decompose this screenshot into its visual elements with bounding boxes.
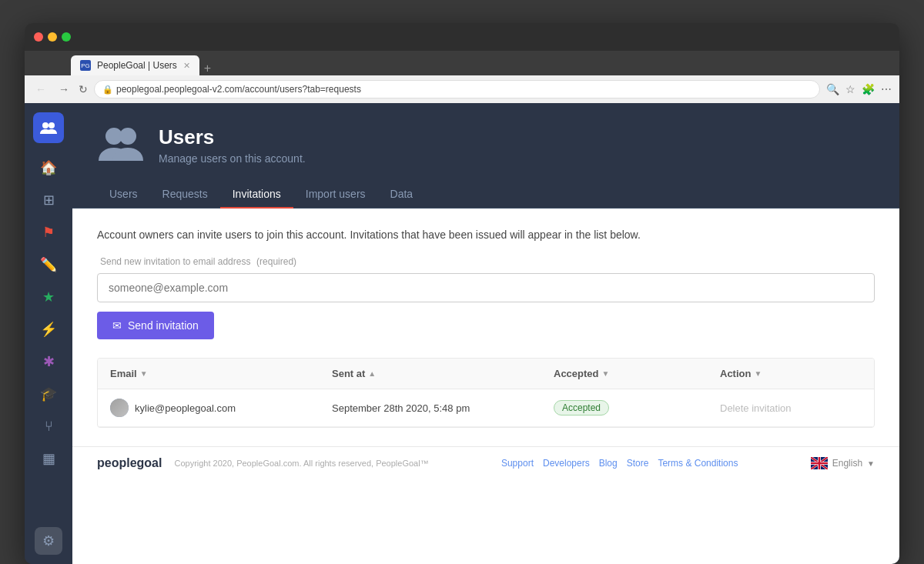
delete-invitation-button[interactable]: Delete invitation xyxy=(720,402,792,414)
users-icon xyxy=(97,122,143,168)
col-email[interactable]: Email ▼ xyxy=(98,359,320,389)
tab-requests[interactable]: Requests xyxy=(150,180,220,208)
avatar xyxy=(110,399,129,417)
cell-sent-at: September 28th 2020, 5:48 pm xyxy=(320,389,541,426)
tab-bar: PG PeopleGoal | Users ✕ + xyxy=(25,51,899,75)
footer-link-store[interactable]: Store xyxy=(627,458,649,469)
browser-tab[interactable]: PG PeopleGoal | Users ✕ xyxy=(71,55,199,75)
tab-close-button[interactable]: ✕ xyxy=(183,61,190,71)
minimize-button[interactable] xyxy=(48,32,57,42)
page-subtitle: Manage users on this account. xyxy=(159,152,306,165)
tab-favicon: PG xyxy=(80,60,91,71)
footer-link-blog[interactable]: Blog xyxy=(599,458,618,469)
avatar-image xyxy=(110,399,129,417)
sidebar-logo[interactable] xyxy=(33,112,64,143)
sidebar-item-learning[interactable]: 🎓 xyxy=(35,380,62,408)
back-button[interactable]: ← xyxy=(32,82,49,97)
form-label: Send new invitation to email address (re… xyxy=(97,255,875,267)
main-content: Users Manage users on this account. User… xyxy=(72,103,899,564)
footer-link-developers[interactable]: Developers xyxy=(543,458,590,469)
footer-links: Support Developers Blog Store Terms & Co… xyxy=(501,458,738,469)
sidebar: 🏠 ⊞ ⚑ ✏️ ★ ⚡ ✱ 🎓 ⑂ ▦ ⚙ xyxy=(25,103,72,564)
footer-link-terms[interactable]: Terms & Conditions xyxy=(658,458,738,469)
maximize-button[interactable] xyxy=(62,32,71,42)
col-sent-at[interactable]: Sent at ▲ xyxy=(320,359,541,389)
footer: peoplegoal Copyright 2020, PeopleGoal.co… xyxy=(72,446,899,479)
email-input[interactable] xyxy=(97,273,875,302)
sidebar-item-integrations[interactable]: ✱ xyxy=(35,348,62,375)
refresh-button[interactable]: ↻ xyxy=(79,83,88,95)
flag-icon xyxy=(811,457,828,469)
sidebar-item-dashboard[interactable]: ⊞ xyxy=(35,186,62,214)
page-title: Users xyxy=(159,125,306,149)
page-header: Users Manage users on this account. xyxy=(72,103,899,168)
footer-left: peoplegoal Copyright 2020, PeopleGoal.co… xyxy=(97,456,429,470)
extensions-icon[interactable]: 🧩 xyxy=(862,83,875,95)
forward-button[interactable]: → xyxy=(55,82,72,97)
col-action[interactable]: Action ▼ xyxy=(708,359,874,389)
url-text: peoplegoal.peoplegoal-v2.com/account/use… xyxy=(116,84,361,95)
close-button[interactable] xyxy=(34,32,43,42)
action-sort-icon: ▼ xyxy=(754,369,762,378)
svg-point-1 xyxy=(49,122,55,128)
table-row: kylie@peoplegoal.com September 28th 2020… xyxy=(98,389,874,427)
footer-brand: peoplegoal xyxy=(97,456,162,470)
traffic-lights xyxy=(34,32,71,42)
sent-sort-icon: ▲ xyxy=(368,369,376,378)
svg-point-0 xyxy=(42,122,49,128)
tabs-nav: Users Requests Invitations Import users … xyxy=(72,168,899,209)
sent-at-value: September 28th 2020, 5:48 pm xyxy=(332,402,470,414)
browser-toolbar: ← → ↻ 🔒 peoplegoal.peoplegoal-v2.com/acc… xyxy=(25,75,899,103)
col-accepted[interactable]: Accepted ▼ xyxy=(541,359,708,389)
language-label: English xyxy=(832,458,862,469)
email-value: kylie@peoplegoal.com xyxy=(135,402,236,414)
sidebar-item-reviews[interactable]: ✏️ xyxy=(35,251,62,279)
footer-copyright: Copyright 2020, PeopleGoal.com. All righ… xyxy=(174,459,428,468)
tab-invitations[interactable]: Invitations xyxy=(220,180,293,208)
send-invitation-button[interactable]: ✉ Send invitation xyxy=(97,312,214,339)
sidebar-item-reports[interactable]: ▦ xyxy=(35,445,62,472)
tab-users[interactable]: Users xyxy=(97,180,150,208)
content-area: Account owners can invite users to join … xyxy=(72,209,899,564)
sidebar-item-home[interactable]: 🏠 xyxy=(35,154,62,182)
accepted-sort-icon: ▼ xyxy=(602,369,610,378)
email-sort-icon: ▼ xyxy=(140,369,148,378)
footer-link-support[interactable]: Support xyxy=(501,458,534,469)
content-inner: Account owners can invite users to join … xyxy=(72,209,899,446)
logo-icon xyxy=(40,121,57,135)
cell-action: Delete invitation xyxy=(708,389,874,426)
address-bar[interactable]: 🔒 peoplegoal.peoplegoal-v2.com/account/u… xyxy=(94,80,820,98)
send-button-label: Send invitation xyxy=(128,319,199,332)
new-tab-button[interactable]: + xyxy=(204,62,211,75)
tab-title: PeopleGoal | Users xyxy=(97,60,177,71)
sidebar-item-tasks[interactable]: ⚡ xyxy=(35,315,62,343)
toolbar-icons: 🔍 ☆ 🧩 ⋯ xyxy=(826,83,892,95)
cell-email: kylie@peoplegoal.com xyxy=(98,389,320,426)
bookmark-icon[interactable]: ☆ xyxy=(845,83,855,95)
language-dropdown-icon[interactable]: ▼ xyxy=(867,459,875,468)
sidebar-item-recognition[interactable]: ★ xyxy=(35,283,62,311)
app-container: 🏠 ⊞ ⚑ ✏️ ★ ⚡ ✱ 🎓 ⑂ ▦ ⚙ xyxy=(25,103,899,564)
cell-accepted: Accepted xyxy=(541,389,708,426)
sidebar-item-settings[interactable]: ⚙ xyxy=(35,527,62,555)
sidebar-item-org-chart[interactable]: ⑂ xyxy=(35,412,62,440)
menu-icon[interactable]: ⋯ xyxy=(881,83,892,95)
accepted-badge: Accepted xyxy=(554,400,609,415)
search-icon[interactable]: 🔍 xyxy=(826,83,839,95)
table-header: Email ▼ Sent at ▲ Accepted ▼ xyxy=(98,359,874,389)
invitations-table: Email ▼ Sent at ▲ Accepted ▼ xyxy=(97,358,875,428)
tab-data[interactable]: Data xyxy=(378,180,426,208)
page-header-text: Users Manage users on this account. xyxy=(159,125,306,165)
footer-right[interactable]: English ▼ xyxy=(811,457,875,469)
tab-import-users[interactable]: Import users xyxy=(293,180,378,208)
svg-point-3 xyxy=(119,128,136,145)
info-text: Account owners can invite users to join … xyxy=(97,227,875,243)
send-icon: ✉ xyxy=(112,319,122,332)
sidebar-item-goals[interactable]: ⚑ xyxy=(35,219,62,246)
